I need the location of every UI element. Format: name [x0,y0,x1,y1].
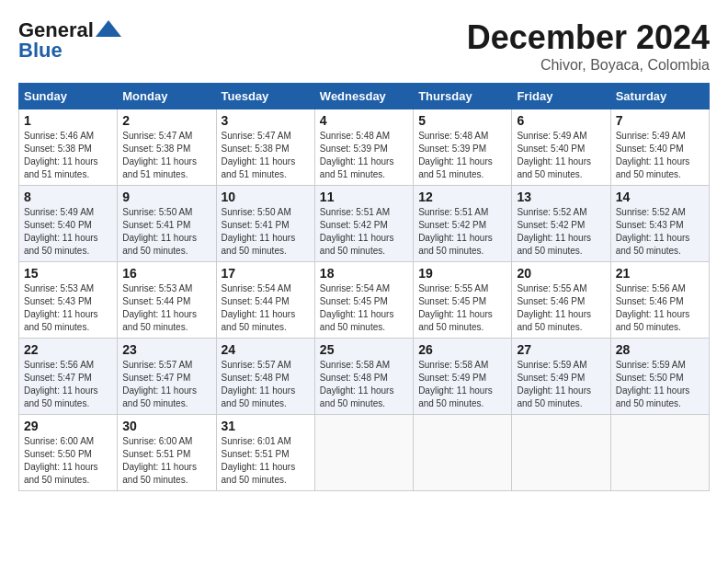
calendar-cell [610,415,709,491]
day-number: 18 [320,266,408,281]
calendar-cell: 23Sunrise: 5:57 AM Sunset: 5:47 PM Dayli… [118,339,216,415]
calendar-cell: 18Sunrise: 5:54 AM Sunset: 5:45 PM Dayli… [314,262,413,339]
day-number: 15 [24,266,112,281]
calendar-cell: 7Sunrise: 5:49 AM Sunset: 5:40 PM Daylig… [610,109,709,186]
day-number: 28 [616,342,704,357]
day-info: Sunrise: 5:49 AM Sunset: 5:40 PM Dayligh… [517,130,605,181]
calendar-cell: 5Sunrise: 5:48 AM Sunset: 5:39 PM Daylig… [414,109,512,186]
day-number: 5 [418,113,506,128]
day-info: Sunrise: 5:58 AM Sunset: 5:48 PM Dayligh… [320,359,408,410]
day-info: Sunrise: 5:56 AM Sunset: 5:47 PM Dayligh… [24,359,112,410]
day-info: Sunrise: 5:57 AM Sunset: 5:47 PM Dayligh… [122,359,210,410]
day-info: Sunrise: 5:55 AM Sunset: 5:46 PM Dayligh… [517,282,605,334]
calendar-cell: 31Sunrise: 6:01 AM Sunset: 5:51 PM Dayli… [216,415,314,491]
day-info: Sunrise: 5:55 AM Sunset: 5:45 PM Dayligh… [418,282,506,334]
calendar-cell: 15Sunrise: 5:53 AM Sunset: 5:43 PM Dayli… [19,262,118,339]
day-info: Sunrise: 5:56 AM Sunset: 5:46 PM Dayligh… [616,282,704,334]
day-info: Sunrise: 6:00 AM Sunset: 5:50 PM Dayligh… [24,435,112,487]
day-number: 17 [222,266,310,281]
day-number: 10 [222,190,310,204]
day-info: Sunrise: 5:58 AM Sunset: 5:49 PM Dayligh… [418,359,506,410]
calendar-table: Sunday Monday Tuesday Wednesday Thursday… [18,83,710,491]
header-monday: Monday [118,84,216,109]
day-number: 26 [418,342,506,357]
day-number: 30 [122,419,210,433]
calendar-cell [512,415,610,491]
day-info: Sunrise: 5:47 AM Sunset: 5:38 PM Dayligh… [222,130,310,181]
day-info: Sunrise: 5:53 AM Sunset: 5:43 PM Dayligh… [24,282,112,334]
day-number: 6 [517,113,605,128]
day-info: Sunrise: 5:49 AM Sunset: 5:40 PM Dayligh… [24,206,112,258]
calendar-cell: 16Sunrise: 5:53 AM Sunset: 5:44 PM Dayli… [118,262,216,339]
day-number: 21 [616,266,704,281]
day-info: Sunrise: 5:52 AM Sunset: 5:43 PM Dayligh… [616,206,704,258]
logo-blue: Blue [18,39,63,63]
day-number: 2 [122,113,210,128]
header-friday: Friday [512,84,610,109]
calendar-cell: 9Sunrise: 5:50 AM Sunset: 5:41 PM Daylig… [118,186,216,262]
calendar-week-row-1: 1Sunrise: 5:46 AM Sunset: 5:38 PM Daylig… [19,109,710,186]
calendar-cell: 21Sunrise: 5:56 AM Sunset: 5:46 PM Dayli… [610,262,709,339]
calendar-title: December 2024 [467,18,710,57]
header-thursday: Thursday [414,84,512,109]
day-number: 14 [616,190,704,204]
calendar-cell: 19Sunrise: 5:55 AM Sunset: 5:45 PM Dayli… [414,262,512,339]
calendar-cell: 12Sunrise: 5:51 AM Sunset: 5:42 PM Dayli… [414,186,512,262]
day-info: Sunrise: 5:54 AM Sunset: 5:45 PM Dayligh… [320,282,408,334]
calendar-cell: 25Sunrise: 5:58 AM Sunset: 5:48 PM Dayli… [314,339,413,415]
day-number: 23 [122,342,210,357]
logo-icon [96,20,121,37]
calendar-cell: 27Sunrise: 5:59 AM Sunset: 5:49 PM Dayli… [512,339,610,415]
day-number: 4 [320,113,408,128]
calendar-cell: 2Sunrise: 5:47 AM Sunset: 5:38 PM Daylig… [118,109,216,186]
day-number: 16 [122,266,210,281]
calendar-cell: 6Sunrise: 5:49 AM Sunset: 5:40 PM Daylig… [512,109,610,186]
calendar-cell: 3Sunrise: 5:47 AM Sunset: 5:38 PM Daylig… [216,109,314,186]
day-info: Sunrise: 6:01 AM Sunset: 5:51 PM Dayligh… [222,435,310,487]
day-info: Sunrise: 5:53 AM Sunset: 5:44 PM Dayligh… [122,282,210,334]
day-number: 11 [320,190,408,204]
day-number: 3 [222,113,310,128]
header-tuesday: Tuesday [216,84,314,109]
day-info: Sunrise: 5:50 AM Sunset: 5:41 PM Dayligh… [122,206,210,258]
calendar-cell [314,415,413,491]
day-info: Sunrise: 5:59 AM Sunset: 5:50 PM Dayligh… [616,359,704,410]
calendar-cell: 10Sunrise: 5:50 AM Sunset: 5:41 PM Dayli… [216,186,314,262]
day-number: 12 [418,190,506,204]
day-info: Sunrise: 5:50 AM Sunset: 5:41 PM Dayligh… [222,206,310,258]
calendar-cell: 24Sunrise: 5:57 AM Sunset: 5:48 PM Dayli… [216,339,314,415]
day-info: Sunrise: 5:46 AM Sunset: 5:38 PM Dayligh… [24,130,112,181]
day-info: Sunrise: 5:47 AM Sunset: 5:38 PM Dayligh… [122,130,210,181]
calendar-week-row-2: 8Sunrise: 5:49 AM Sunset: 5:40 PM Daylig… [19,186,710,262]
calendar-cell: 30Sunrise: 6:00 AM Sunset: 5:51 PM Dayli… [118,415,216,491]
day-number: 29 [24,419,112,433]
day-info: Sunrise: 5:54 AM Sunset: 5:44 PM Dayligh… [222,282,310,334]
header-sunday: Sunday [19,84,118,109]
day-number: 13 [517,190,605,204]
calendar-cell: 11Sunrise: 5:51 AM Sunset: 5:42 PM Dayli… [314,186,413,262]
calendar-week-row-3: 15Sunrise: 5:53 AM Sunset: 5:43 PM Dayli… [19,262,710,339]
calendar-cell: 13Sunrise: 5:52 AM Sunset: 5:42 PM Dayli… [512,186,610,262]
day-info: Sunrise: 5:51 AM Sunset: 5:42 PM Dayligh… [418,206,506,258]
day-number: 25 [320,342,408,357]
day-info: Sunrise: 6:00 AM Sunset: 5:51 PM Dayligh… [122,435,210,487]
logo: General Blue [18,18,121,63]
page-header: General Blue December 2024 Chivor, Boyac… [18,18,710,74]
day-number: 7 [616,113,704,128]
calendar-cell: 17Sunrise: 5:54 AM Sunset: 5:44 PM Dayli… [216,262,314,339]
day-info: Sunrise: 5:48 AM Sunset: 5:39 PM Dayligh… [320,130,408,181]
day-number: 19 [418,266,506,281]
header-saturday: Saturday [610,84,709,109]
day-number: 22 [24,342,112,357]
day-number: 9 [122,190,210,204]
day-info: Sunrise: 5:49 AM Sunset: 5:40 PM Dayligh… [616,130,704,181]
calendar-cell: 29Sunrise: 6:00 AM Sunset: 5:50 PM Dayli… [19,415,118,491]
day-info: Sunrise: 5:59 AM Sunset: 5:49 PM Dayligh… [517,359,605,410]
calendar-cell: 28Sunrise: 5:59 AM Sunset: 5:50 PM Dayli… [610,339,709,415]
calendar-week-row-4: 22Sunrise: 5:56 AM Sunset: 5:47 PM Dayli… [19,339,710,415]
day-number: 27 [517,342,605,357]
day-info: Sunrise: 5:51 AM Sunset: 5:42 PM Dayligh… [320,206,408,258]
calendar-cell: 1Sunrise: 5:46 AM Sunset: 5:38 PM Daylig… [19,109,118,186]
calendar-week-row-5: 29Sunrise: 6:00 AM Sunset: 5:50 PM Dayli… [19,415,710,491]
svg-marker-0 [96,20,121,37]
